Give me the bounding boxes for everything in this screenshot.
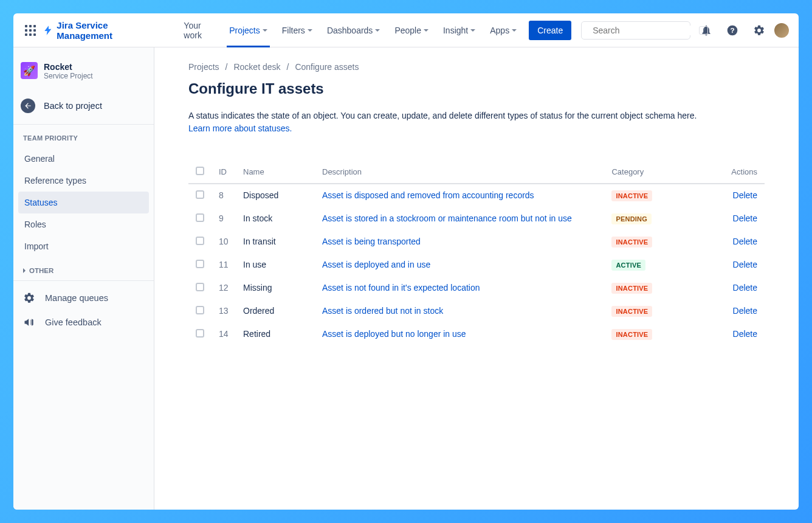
create-button[interactable]: Create: [529, 21, 571, 40]
lightning-icon: [43, 25, 53, 36]
table-row: 14RetiredAsset is deployed but no longer…: [188, 323, 765, 346]
delete-button[interactable]: Delete: [733, 190, 757, 200]
gear-icon: [23, 292, 35, 304]
row-description[interactable]: Asset is not found in it's expected loca…: [315, 277, 604, 300]
row-name: Missing: [236, 277, 315, 300]
back-to-project[interactable]: Back to project: [18, 91, 149, 124]
sidebar-item-give-feedback[interactable]: Give feedback: [18, 310, 149, 334]
sidebar-item-roles[interactable]: Roles: [18, 213, 149, 235]
col-header-description[interactable]: Description: [315, 162, 604, 184]
help-icon: ?: [726, 24, 738, 36]
row-description[interactable]: Asset is deployed and in use: [315, 254, 604, 277]
chevron-down-icon: [263, 29, 267, 32]
search-input[interactable]: [593, 26, 699, 35]
row-id: 12: [212, 277, 236, 300]
learn-more-link[interactable]: Learn more about statuses.: [188, 123, 292, 133]
project-name: Rocket: [44, 62, 93, 72]
row-checkbox[interactable]: [196, 306, 204, 314]
product-logo[interactable]: Jira Service Management: [43, 20, 165, 41]
row-description[interactable]: Asset is stored in a stockroom or mainte…: [315, 207, 604, 230]
chevron-down-icon: [512, 29, 517, 32]
col-header-category[interactable]: Category: [604, 162, 714, 184]
sidebar-heading-team-priority: TEAM PRIORITY: [18, 130, 149, 148]
sidebar-item-general[interactable]: General: [18, 148, 149, 170]
help-button[interactable]: ?: [722, 19, 743, 41]
app-switcher-icon[interactable]: [23, 23, 38, 38]
row-id: 8: [212, 184, 236, 207]
row-description[interactable]: Asset is disposed and removed from accou…: [315, 184, 604, 207]
settings-button[interactable]: [748, 19, 769, 41]
col-header-id[interactable]: ID: [212, 162, 236, 184]
row-id: 13: [212, 300, 236, 323]
nav-filters[interactable]: Filters: [275, 13, 320, 47]
delete-button[interactable]: Delete: [733, 213, 757, 223]
nav-insight[interactable]: Insight: [436, 13, 483, 47]
delete-button[interactable]: Delete: [733, 237, 757, 246]
row-description[interactable]: Asset is being transported: [315, 230, 604, 254]
chevron-down-icon: [470, 29, 475, 32]
select-all-checkbox[interactable]: [196, 167, 204, 175]
row-checkbox[interactable]: [196, 190, 204, 199]
project-type: Service Project: [44, 72, 93, 80]
sidebar-item-import[interactable]: Import: [18, 235, 149, 257]
table-row: 9In stockAsset is stored in a stockroom …: [188, 207, 765, 230]
status-badge: INACTIVE: [611, 190, 652, 201]
col-header-name[interactable]: Name: [236, 162, 315, 184]
row-checkbox[interactable]: [196, 213, 204, 222]
delete-button[interactable]: Delete: [733, 329, 757, 339]
nav-dashboards[interactable]: Dashboards: [320, 13, 388, 47]
page-description: A status indicates the state of an objec…: [188, 109, 765, 135]
breadcrumb: Projects / Rocket desk / Configure asset…: [188, 62, 765, 72]
primary-nav: Your work Projects Filters Dashboards Pe…: [176, 13, 571, 47]
main-content: Projects / Rocket desk / Configure asset…: [154, 47, 799, 510]
breadcrumb-projects[interactable]: Projects: [188, 62, 219, 72]
nav-people[interactable]: People: [387, 13, 436, 47]
search-box[interactable]: /: [581, 21, 690, 40]
row-checkbox[interactable]: [196, 260, 204, 268]
row-checkbox[interactable]: [196, 329, 204, 338]
chevron-down-icon: [375, 29, 380, 32]
nav-projects[interactable]: Projects: [222, 13, 275, 47]
sidebar-item-reference-types[interactable]: Reference types: [18, 170, 149, 192]
row-description[interactable]: Asset is deployed but no longer in use: [315, 323, 604, 346]
status-badge: INACTIVE: [611, 283, 652, 294]
delete-button[interactable]: Delete: [733, 283, 757, 293]
nav-your-work[interactable]: Your work: [176, 13, 222, 47]
gear-icon: [753, 24, 765, 36]
status-badge: INACTIVE: [611, 306, 652, 317]
topbar: Jira Service Management Your work Projec…: [13, 13, 799, 47]
table-row: 8DisposedAsset is disposed and removed f…: [188, 184, 765, 207]
table-row: 10In transitAsset is being transportedIN…: [188, 230, 765, 254]
row-checkbox[interactable]: [196, 283, 204, 291]
row-name: Disposed: [236, 184, 315, 207]
breadcrumb-rocket-desk[interactable]: Rocket desk: [233, 62, 280, 72]
chevron-down-icon: [308, 29, 312, 32]
breadcrumb-configure-assets[interactable]: Configure assets: [295, 62, 359, 72]
sidebar-section-other[interactable]: OTHER: [18, 257, 149, 280]
status-badge: INACTIVE: [611, 237, 652, 248]
row-description[interactable]: Asset is ordered but not in stock: [315, 300, 604, 323]
sidebar-item-manage-queues[interactable]: Manage queues: [18, 286, 149, 310]
sidebar-item-statuses[interactable]: Statuses: [18, 192, 149, 213]
delete-button[interactable]: Delete: [733, 260, 757, 269]
status-badge: PENDING: [611, 213, 652, 224]
statuses-table: ID Name Description Category Actions 8Di…: [188, 162, 765, 346]
sidebar: 🚀 Rocket Service Project Back to project…: [13, 47, 154, 510]
avatar[interactable]: [774, 23, 789, 38]
nav-apps[interactable]: Apps: [483, 13, 524, 47]
chevron-down-icon: [424, 29, 428, 32]
row-id: 10: [212, 230, 236, 254]
table-row: 13OrderedAsset is ordered but not in sto…: [188, 300, 765, 323]
table-row: 11In useAsset is deployed and in useACTI…: [188, 254, 765, 277]
delete-button[interactable]: Delete: [733, 306, 757, 316]
table-row: 12MissingAsset is not found in it's expe…: [188, 277, 765, 300]
row-name: Retired: [236, 323, 315, 346]
row-id: 14: [212, 323, 236, 346]
page-title: Configure IT assets: [188, 80, 765, 97]
row-id: 9: [212, 207, 236, 230]
row-name: Ordered: [236, 300, 315, 323]
row-name: In stock: [236, 207, 315, 230]
chevron-right-icon: [23, 268, 26, 273]
row-checkbox[interactable]: [196, 237, 204, 245]
project-icon: 🚀: [21, 62, 38, 79]
